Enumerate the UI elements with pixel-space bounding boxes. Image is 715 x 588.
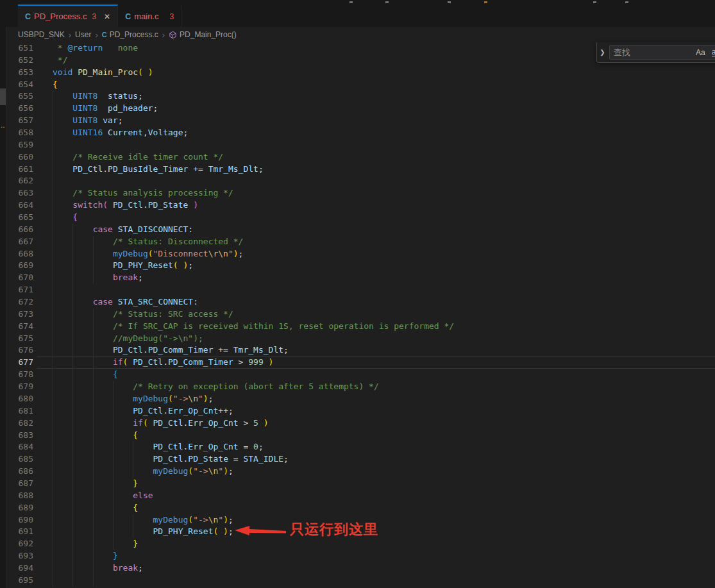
- code-line[interactable]: 656 UINT8 pd_header;: [6, 103, 715, 115]
- line-number: 659: [6, 139, 33, 151]
- code-line[interactable]: 665 {: [6, 212, 715, 224]
- c-file-icon: C: [102, 31, 107, 38]
- line-number: 685: [6, 453, 33, 466]
- code-line[interactable]: 663 /* Status analysis processing */: [6, 187, 715, 199]
- line-number: 666: [6, 224, 33, 236]
- tab-main-c[interactable]: C main.c 3: [118, 4, 181, 27]
- code-line[interactable]: 666 case STA_DISCONNECT:: [6, 224, 715, 236]
- find-options: Aa ab: [696, 46, 715, 59]
- code-editor[interactable]: 651 * @return none652 */653void PD_Main_…: [6, 42, 715, 588]
- line-number: 676: [6, 344, 33, 357]
- breadcrumb: USBPD_SNK › User › C PD_Process.c › PD_M…: [0, 27, 237, 42]
- code-text: {: [53, 212, 78, 224]
- code-line[interactable]: 682 if( PD_Ctl.Err_Op_Cnt > 5 ): [6, 417, 715, 430]
- scrollbar-thumb[interactable]: [0, 88, 6, 105]
- tab-problem-badge: 3: [92, 12, 96, 21]
- code-line[interactable]: 679 /* Retry on exception (abort after 5…: [6, 381, 715, 393]
- line-number: 678: [6, 369, 33, 381]
- sidebar-badge: ‥: [1, 122, 6, 129]
- breadcrumb-folder[interactable]: USBPD_SNK: [18, 30, 65, 39]
- code-text: PD_PHY_Reset( );: [53, 260, 193, 272]
- code-line[interactable]: 688 else: [6, 490, 715, 502]
- code-text: {: [53, 430, 138, 442]
- code-text: myDebug("->\n");: [53, 466, 233, 478]
- breadcrumb-file[interactable]: C PD_Process.c: [102, 30, 158, 39]
- code-line[interactable]: 664 switch( PD_Ctl.PD_State ): [6, 199, 715, 212]
- line-number: 670: [6, 272, 33, 284]
- code-line[interactable]: 660 /* Receive idle timer count */: [6, 151, 715, 164]
- code-line[interactable]: 655 UINT8 status;: [6, 90, 715, 103]
- line-number: 692: [6, 538, 33, 550]
- c-file-icon: C: [25, 12, 31, 21]
- code-line[interactable]: 693 }: [6, 550, 715, 562]
- code-line[interactable]: 672 case STA_SRC_CONNECT:: [6, 296, 715, 308]
- code-text: UINT8 status;: [53, 90, 143, 103]
- line-number: 695: [6, 575, 33, 587]
- line-number: 693: [6, 550, 33, 562]
- code-line[interactable]: 670 break;: [6, 272, 715, 284]
- line-number: 652: [6, 55, 33, 67]
- code-line[interactable]: 676 PD_Ctl.PD_Comm_Timer += Tmr_Ms_Dlt;: [6, 344, 715, 357]
- close-icon[interactable]: ✕: [104, 12, 110, 21]
- titlebar-icon-remnant: [448, 1, 451, 3]
- toggle-replace-chevron-icon[interactable]: ❯: [597, 42, 608, 62]
- code-line[interactable]: 684 PD_Ctl.Err_Op_Cnt = 0;: [6, 441, 715, 453]
- code-line[interactable]: 671: [6, 284, 715, 296]
- code-text: break;: [53, 562, 143, 575]
- line-number: 654: [6, 79, 33, 91]
- code-line[interactable]: 689 {: [6, 502, 715, 514]
- code-line[interactable]: 668 myDebug("Disconnect\r\n");: [6, 248, 715, 260]
- annotation-text: 只运行到这里: [290, 520, 378, 539]
- line-number: 694: [6, 562, 33, 575]
- code-line[interactable]: 680 myDebug("->\n");: [6, 393, 715, 405]
- code-line[interactable]: 692 }: [6, 538, 715, 550]
- chevron-right-icon: ›: [95, 31, 97, 39]
- code-line[interactable]: 669 PD_PHY_Reset( );: [6, 260, 715, 272]
- line-number: 658: [6, 127, 33, 139]
- annotation-arrow-icon: [235, 525, 287, 538]
- line-number: 667: [6, 236, 33, 248]
- code-line[interactable]: 686 myDebug("->\n");: [6, 466, 715, 478]
- find-input[interactable]: [610, 46, 697, 59]
- code-line[interactable]: 659: [6, 139, 715, 151]
- code-line[interactable]: 694 break;: [6, 562, 715, 575]
- code-line[interactable]: 678 {: [6, 369, 715, 381]
- code-text: * @return none: [53, 42, 138, 55]
- breadcrumb-folder[interactable]: User: [75, 30, 91, 39]
- titlebar-icon-remnant: [484, 1, 487, 3]
- code-line[interactable]: 653void PD_Main_Proc( ): [6, 67, 715, 79]
- line-number: 653: [6, 67, 33, 79]
- match-case-icon[interactable]: Aa: [696, 48, 705, 57]
- code-line[interactable]: 673 /* Status: SRC access */: [6, 308, 715, 321]
- code-text: myDebug("->\n");: [53, 514, 233, 526]
- tab-label: PD_Process.c: [34, 12, 87, 21]
- titlebar-icon-remnant: [593, 1, 596, 3]
- code-line[interactable]: 667 /* Status: Disconnected */: [6, 236, 715, 248]
- code-line[interactable]: 677 if( PD_Ctl.PD_Comm_Timer > 999 ): [6, 357, 715, 369]
- chevron-right-icon: ›: [162, 31, 165, 39]
- line-number: 686: [6, 466, 33, 478]
- code-text: /* Retry on exception (abort after 5 att…: [53, 381, 379, 393]
- code-line[interactable]: 683 {: [6, 430, 715, 442]
- code-line[interactable]: 658 UINT16 Current,Voltage;: [6, 127, 715, 139]
- code-line[interactable]: 681 PD_Ctl.Err_Op_Cnt++;: [6, 405, 715, 417]
- code-line[interactable]: 661 PD_Ctl.PD_BusIdle_Timer += Tmr_Ms_Dl…: [6, 164, 715, 176]
- code-line[interactable]: 662: [6, 175, 715, 187]
- tab-pd-process-c[interactable]: C PD_Process.c 3 ✕: [18, 4, 118, 27]
- code-text: }: [53, 550, 118, 562]
- line-number: 688: [6, 490, 33, 502]
- line-number: 672: [6, 296, 33, 308]
- code-text: PD_Ctl.Err_Op_Cnt++;: [53, 405, 233, 417]
- whole-word-icon[interactable]: ab: [712, 49, 715, 56]
- code-text: PD_Ctl.PD_Comm_Timer += Tmr_Ms_Dlt;: [53, 344, 289, 357]
- code-line[interactable]: 674 /* If SRC_CAP is received within 1S,…: [6, 321, 715, 333]
- breadcrumb-symbol[interactable]: PD_Main_Proc(): [169, 30, 237, 39]
- code-line[interactable]: 654{: [6, 79, 715, 91]
- code-line[interactable]: 687 }: [6, 478, 715, 490]
- code-line[interactable]: 675 //myDebug("->\n");: [6, 333, 715, 345]
- code-text: myDebug("Disconnect\r\n");: [53, 248, 243, 260]
- code-line[interactable]: 685 PD_Ctl.PD_State = STA_IDLE;: [6, 453, 715, 466]
- code-line[interactable]: 695: [6, 575, 715, 587]
- code-text: {: [53, 502, 138, 514]
- code-line[interactable]: 657 UINT8 var;: [6, 115, 715, 127]
